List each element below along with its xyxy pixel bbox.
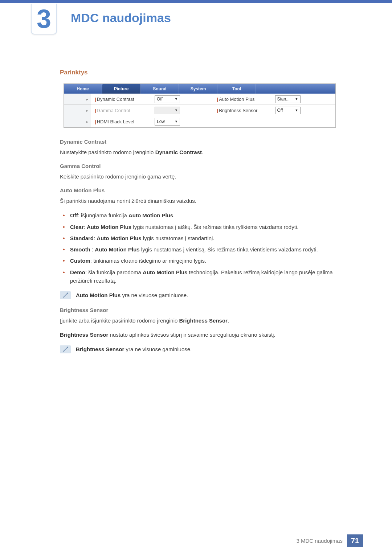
auto-motion-plus-list: Off: išjungiama funkcija Auto Motion Plu…	[60, 211, 339, 285]
chevron-down-icon: ▼	[295, 97, 298, 101]
side-row[interactable]: ▸	[64, 105, 91, 116]
brightness-sensor-note: Brightness Sensor yra ne visuose gaminiu…	[60, 345, 339, 354]
tabs-row: Home Picture Sound System Tool	[64, 84, 335, 94]
chevron-down-icon: ▼	[175, 120, 178, 123]
tab-home[interactable]: Home	[64, 84, 102, 94]
chapter-number: 3	[37, 6, 51, 32]
list-item: Custom: tinkinamas ekrano išdegimo ar mi…	[60, 257, 339, 265]
chevron-down-icon: ▼	[295, 108, 298, 112]
note-icon	[60, 345, 71, 353]
auto-motion-plus-select[interactable]: Stan...▼	[275, 95, 301, 103]
page-footer: 3 MDC naudojimas 71	[296, 534, 363, 547]
gamma-control-select: ▼	[155, 107, 180, 114]
field-empty	[213, 116, 336, 127]
tab-label: Sound	[153, 86, 166, 91]
hdmi-black-level-select[interactable]: Low▼	[155, 118, 180, 126]
field-label: |Dynamic Contrast	[91, 97, 155, 102]
settings-tabs-mock: Home Picture Sound System Tool ▸ ▸ ▸ |Dy…	[64, 83, 336, 128]
footer-text: 3 MDC naudojimas	[296, 538, 343, 544]
gamma-control-heading: Gamma Control	[60, 163, 339, 169]
field-hdmi-black-level: |HDMI Black Level Low▼	[91, 116, 213, 127]
list-item: Standard: Auto Motion Plus lygis nustato…	[60, 234, 339, 242]
ui-body: ▸ ▸ ▸ |Dynamic Contrast Off▼ |Gamma Cont…	[64, 94, 335, 127]
field-gamma-control: |Gamma Control ▼	[91, 105, 213, 116]
field-label: |Brightness Sensor	[213, 108, 275, 113]
chapter-title: MDC naudojimas	[71, 11, 171, 25]
field-auto-motion-plus: |Auto Motion Plus Stan...▼	[213, 94, 336, 105]
header-bar	[0, 0, 392, 3]
field-label: |Auto Motion Plus	[213, 97, 275, 102]
list-item: Smooth : Auto Motion Plus lygis nustatom…	[60, 245, 339, 254]
gamma-control-text: Keiskite pasirinkto rodomo įrenginio gam…	[60, 173, 339, 181]
field-dynamic-contrast: |Dynamic Contrast Off▼	[91, 94, 213, 105]
dynamic-contrast-select[interactable]: Off▼	[155, 95, 180, 103]
field-label: |HDMI Black Level	[91, 119, 155, 124]
brightness-sensor-p2: Brightness Sensor nustato aplinkos švies…	[60, 331, 339, 339]
tab-picture[interactable]: Picture	[102, 84, 140, 94]
tab-tool[interactable]: Tool	[218, 84, 256, 94]
chevron-down-icon: ▼	[175, 108, 178, 112]
note-text: Auto Motion Plus yra ne visuose gaminiuo…	[76, 291, 188, 300]
dynamic-contrast-text: Nustatykite pasirinkto rodomo įrenginio …	[60, 148, 339, 156]
field-brightness-sensor: |Brightness Sensor Off▼	[213, 105, 336, 116]
tab-system[interactable]: System	[179, 84, 217, 94]
list-item: Clear: Auto Motion Plus lygis nustatomas…	[60, 223, 339, 231]
chevron-down-icon: ▼	[175, 97, 178, 101]
tabs-filler	[256, 84, 335, 94]
brightness-sensor-p1: Įjunkite arba išjunkite pasirinkto rodom…	[60, 317, 339, 325]
auto-motion-plus-heading: Auto Motion Plus	[60, 187, 339, 193]
tab-label: System	[191, 86, 206, 91]
side-row[interactable]: ▸	[64, 116, 91, 127]
section-title: Parinktys	[60, 69, 339, 76]
brightness-sensor-select[interactable]: Off▼	[275, 107, 301, 114]
chapter-badge: 3	[31, 4, 57, 34]
field-label: |Gamma Control	[91, 108, 155, 113]
tab-label: Home	[77, 86, 89, 91]
dynamic-contrast-heading: Dynamic Contrast	[60, 139, 339, 145]
fields-left: |Dynamic Contrast Off▼ |Gamma Control ▼ …	[91, 94, 213, 127]
list-item: Off: išjungiama funkcija Auto Motion Plu…	[60, 211, 339, 219]
auto-motion-plus-note: Auto Motion Plus yra ne visuose gaminiuo…	[60, 291, 339, 300]
side-row[interactable]: ▸	[64, 94, 91, 105]
tab-label: Tool	[232, 86, 241, 91]
auto-motion-plus-intro: Ši parinktis naudojama norint žiūrėti di…	[60, 197, 339, 205]
note-text: Brightness Sensor yra ne visuose gaminiu…	[76, 345, 192, 354]
content-area: Parinktys Home Picture Sound System Tool…	[60, 69, 339, 361]
side-column: ▸ ▸ ▸	[64, 94, 91, 127]
fields-right: |Auto Motion Plus Stan...▼ |Brightness S…	[213, 94, 336, 127]
list-item: Demo: šia funkcija parodoma Auto Motion …	[60, 268, 339, 285]
page-number: 71	[347, 534, 363, 547]
tab-sound[interactable]: Sound	[141, 84, 179, 94]
note-icon	[60, 291, 71, 299]
brightness-sensor-heading: Brightness Sensor	[60, 307, 339, 313]
tab-label: Picture	[114, 86, 129, 91]
